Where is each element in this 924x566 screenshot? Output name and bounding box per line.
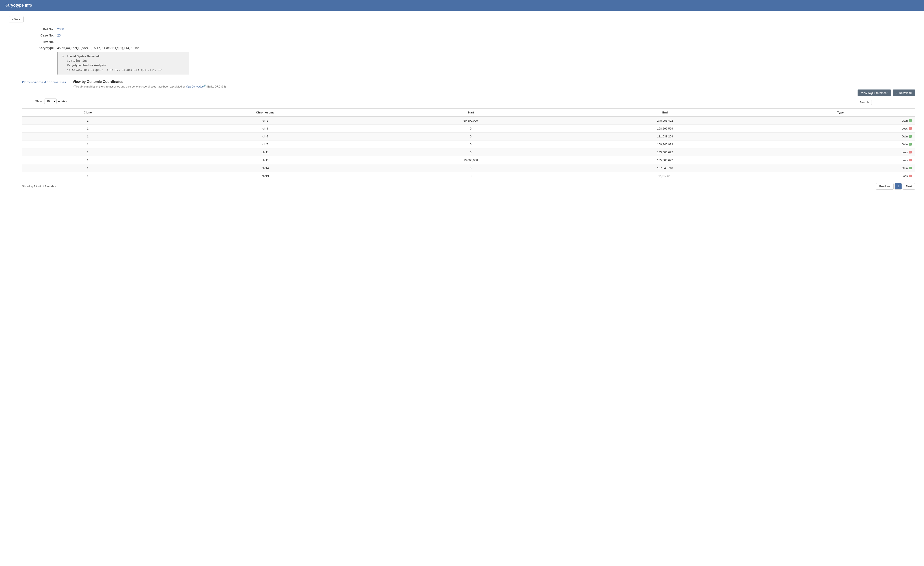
cell-chromosome: chr19	[153, 172, 377, 180]
col-clone: Clone	[22, 108, 153, 117]
previous-label: Previous	[879, 185, 890, 188]
type-label: Loss	[902, 151, 908, 154]
gain-dot-icon	[909, 135, 912, 138]
cell-end: 58,617,616	[564, 172, 766, 180]
type-cell-content: Gain	[769, 135, 912, 138]
karyotype-strikethrough-text: inc	[135, 46, 139, 50]
warning-title: Invalid Syntax Detected:	[67, 54, 162, 59]
warning-content: Invalid Syntax Detected: Contains inc Ka…	[67, 54, 162, 72]
cell-start: 0	[377, 148, 564, 156]
cell-start: 0	[377, 164, 564, 172]
table-row: 1chr1193,000,000135,086,622 Loss	[22, 156, 915, 164]
warning-karyotype: 45-56,XX,+del(1)(p32),-3,+5,+7,-11,del(1…	[67, 68, 162, 72]
cell-end: 135,086,622	[564, 148, 766, 156]
cell-clone: 1	[22, 140, 153, 148]
cell-type: Loss	[766, 124, 915, 132]
loss-dot-icon	[909, 175, 912, 177]
table-row: 1chr140107,043,718 Gain	[22, 164, 915, 172]
chromosome-section-content: View by Genomic Coordinates * The abnorm…	[73, 80, 226, 88]
download-button[interactable]: ↓ Download	[893, 90, 915, 96]
type-label: Gain	[902, 166, 908, 170]
ref-label: Ref No.	[22, 27, 57, 31]
external-link-icon: 🔗	[203, 84, 206, 87]
subtitle-suffix: (Build: GRCh38)	[206, 85, 226, 88]
table-row: 1chr70159,345,973 Gain	[22, 140, 915, 148]
cell-end: 107,043,718	[564, 164, 766, 172]
table-controls: View SQL Statement ↓ Download	[22, 90, 915, 96]
col-type: Type	[766, 108, 915, 117]
gain-dot-icon	[909, 143, 912, 145]
table-row: 1chr110135,086,622 Loss	[22, 148, 915, 156]
gain-dot-icon	[909, 167, 912, 169]
back-button[interactable]: ‹ Back	[9, 16, 24, 22]
cell-chromosome: chr1	[153, 117, 377, 125]
type-cell-content: Gain	[769, 119, 912, 122]
warning-box: ⚠ Invalid Syntax Detected: Contains inc …	[57, 52, 189, 75]
page-title: Karyotype Info	[4, 3, 32, 7]
table-row: 1chr160,800,000248,956,422 Gain	[22, 117, 915, 125]
col-end: End	[564, 108, 766, 117]
cell-end: 181,538,259	[564, 132, 766, 140]
show-entries: Show 10 25 50 100 entries	[35, 99, 67, 104]
show-label: Show	[35, 100, 42, 103]
cell-type: Loss	[766, 156, 915, 164]
chromosome-section-label: Chromosome Abnormalities	[22, 80, 66, 84]
section-subtitle: * The abnormalities of the chromosomes a…	[73, 84, 226, 88]
inv-label: Inv No.	[22, 39, 57, 44]
cytoconverter-link[interactable]: CytoConverter	[186, 85, 203, 88]
cell-clone: 1	[22, 164, 153, 172]
table-footer: Showing 1 to 8 of 8 entries Previous 1 N…	[22, 183, 915, 190]
entries-select[interactable]: 10 25 50 100	[44, 99, 57, 104]
cell-type: Gain	[766, 132, 915, 140]
cell-type: Loss	[766, 148, 915, 156]
cell-chromosome: chr7	[153, 140, 377, 148]
search-label: Search:	[860, 101, 870, 104]
cell-start: 60,800,000	[377, 117, 564, 125]
view-title: View by Genomic Coordinates	[73, 80, 226, 84]
cell-end: 159,345,973	[564, 140, 766, 148]
type-label: Gain	[902, 143, 908, 146]
data-table: Clone Chromosome Start End Type 1chr160,…	[22, 108, 915, 180]
view-sql-button[interactable]: View SQL Statement	[858, 90, 891, 96]
cell-chromosome: chr3	[153, 124, 377, 132]
type-label: Loss	[902, 159, 908, 162]
cell-type: Gain	[766, 117, 915, 125]
karyotype-normal-text: 45-56,XX,+del(1)(p32),-3,+5,+7,-11,del(1…	[57, 46, 135, 50]
search-input[interactable]	[871, 100, 915, 105]
cell-clone: 1	[22, 172, 153, 180]
loss-dot-icon	[909, 151, 912, 153]
cell-start: 0	[377, 140, 564, 148]
table-row: 1chr50181,538,259 Gain	[22, 132, 915, 140]
next-button[interactable]: Next	[903, 183, 915, 190]
case-value: 25	[57, 33, 915, 38]
ref-value: 2338	[57, 27, 915, 31]
previous-button[interactable]: Previous	[876, 183, 894, 190]
type-cell-content: Loss	[769, 159, 912, 162]
cell-type: Gain	[766, 164, 915, 172]
type-cell-content: Gain	[769, 143, 912, 146]
next-label: Next	[906, 185, 912, 188]
subtitle-prefix: * The abnormalities of the chromosomes a…	[73, 85, 186, 88]
cell-start: 0	[377, 124, 564, 132]
cell-end: 248,956,422	[564, 117, 766, 125]
table-row: 1chr30198,295,559 Loss	[22, 124, 915, 132]
type-cell-content: Loss	[769, 127, 912, 130]
type-label: Gain	[902, 119, 908, 122]
case-label: Case No.	[22, 33, 57, 38]
chromosome-section-header: Chromosome Abnormalities View by Genomic…	[22, 80, 915, 88]
type-label: Gain	[902, 135, 908, 138]
loss-dot-icon	[909, 159, 912, 162]
karyotype-label: Karyotype	[22, 45, 57, 75]
warning-icon: ⚠	[61, 54, 64, 59]
cell-clone: 1	[22, 132, 153, 140]
current-page[interactable]: 1	[894, 183, 902, 190]
col-start: Start	[377, 108, 564, 117]
cell-clone: 1	[22, 156, 153, 164]
cell-start: 93,000,000	[377, 156, 564, 164]
entries-label: entries	[58, 100, 67, 103]
cell-end: 135,086,622	[564, 156, 766, 164]
cell-type: Loss	[766, 172, 915, 180]
cell-end: 198,295,559	[564, 124, 766, 132]
col-chromosome: Chromosome	[153, 108, 377, 117]
warning-subtitle: Karyotype Used for Analysis:	[67, 63, 162, 68]
